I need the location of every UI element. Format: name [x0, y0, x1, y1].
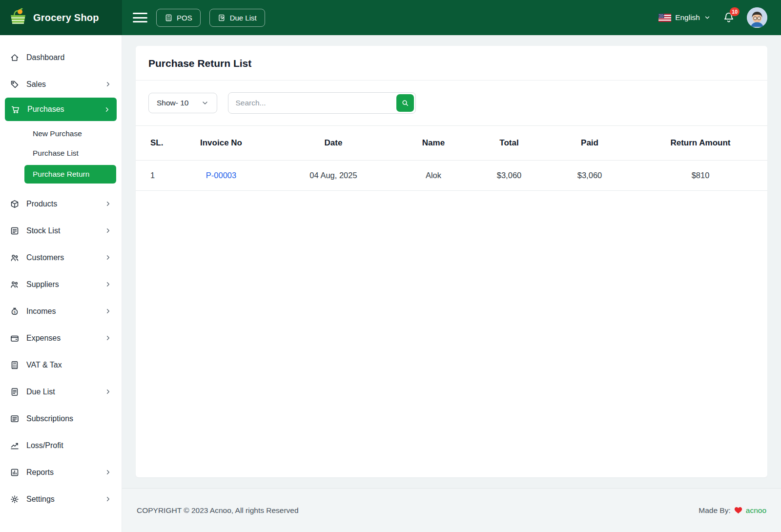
money-bag-icon: $ [10, 307, 20, 316]
menu-toggle-button[interactable] [133, 12, 147, 23]
sidebar-item-loss-profit[interactable]: Loss/Profit [0, 432, 122, 459]
column-header-total: Total [473, 126, 546, 161]
column-header-invoice-no: Invoice No [170, 126, 272, 161]
show-entries-label: Show- 10 [157, 99, 188, 107]
made-by-label: Made By: [699, 506, 730, 515]
chevron-right-icon [104, 495, 112, 503]
svg-text:$: $ [14, 310, 16, 313]
app-root: Grocery Shop POS [0, 0, 781, 532]
sidebar-item-label: Due List [26, 388, 55, 396]
due-list-button-label: Due List [230, 14, 257, 22]
sidebar-item-due-list[interactable]: Due List [0, 378, 122, 405]
cell-name: Alok [394, 161, 473, 191]
table-controls: Show- 10 [136, 81, 767, 125]
sidebar-item-stock-list[interactable]: Stock List [0, 217, 122, 244]
newspaper-icon [10, 414, 20, 424]
sidebar-item-settings[interactable]: Settings [0, 486, 122, 512]
top-bar: Grocery Shop POS [0, 0, 781, 35]
cell-sl: 1 [136, 161, 170, 191]
sidebar-item-label: Settings [26, 495, 55, 504]
sidebar-item-suppliers[interactable]: Suppliers [0, 271, 122, 298]
calculator-icon [10, 360, 20, 370]
cell-paid: $3,060 [546, 161, 634, 191]
us-flag-icon [658, 14, 671, 22]
bar-chart-icon [10, 468, 20, 477]
sidebar-item-label: Subscriptions [26, 414, 73, 423]
user-avatar[interactable] [747, 7, 767, 28]
purchase-return-table: SL. Invoice No Date Name Total Paid Retu… [136, 125, 767, 191]
sidebar-item-label: Incomes [26, 307, 56, 316]
calculator-icon [164, 14, 173, 22]
chevron-right-icon [103, 106, 111, 113]
column-header-return-amount: Return Amount [634, 126, 767, 161]
cell-invoice-no: P-00003 [170, 161, 272, 191]
users-group-icon [10, 280, 20, 289]
chevron-right-icon [104, 200, 112, 207]
purchases-submenu: New Purchase Purchase List Purchase Retu… [0, 121, 122, 190]
sidebar-item-label: VAT & Tax [26, 361, 62, 369]
brand-name: Grocery Shop [33, 12, 99, 23]
brand[interactable]: Grocery Shop [0, 0, 122, 35]
cell-date: 04 Aug, 2025 [272, 161, 394, 191]
trend-chart-icon [10, 441, 20, 450]
home-icon [10, 53, 20, 62]
content-area: Purchase Return List Show- 10 [122, 35, 781, 532]
language-selector[interactable]: English [658, 13, 711, 22]
chevron-right-icon [104, 388, 112, 395]
sidebar-item-expenses[interactable]: Expenses [0, 325, 122, 351]
cell-total: $3,060 [473, 161, 546, 191]
sidebar-item-purchases[interactable]: Purchases [5, 98, 117, 121]
made-by-brand-link[interactable]: acnoo [746, 506, 766, 515]
sidebar: Dashboard Sales Purchases [0, 35, 122, 532]
sidebar-item-label: Products [26, 200, 57, 208]
search-icon [401, 99, 410, 107]
tag-icon [10, 80, 20, 89]
sidebar-item-label: Customers [26, 253, 64, 262]
sidebar-item-label: Purchases [27, 105, 64, 114]
column-header-name: Name [394, 126, 473, 161]
sidebar-item-label: Stock List [26, 226, 60, 235]
sidebar-item-products[interactable]: Products [0, 190, 122, 217]
cart-icon [11, 104, 21, 114]
heart-icon [734, 507, 742, 514]
sidebar-item-incomes[interactable]: $ Incomes [0, 298, 122, 325]
invoice-icon [10, 387, 20, 397]
users-icon [10, 253, 20, 263]
sidebar-subitem-purchase-return[interactable]: Purchase Return [24, 165, 116, 184]
notifications-button[interactable]: 10 [722, 11, 735, 24]
sidebar-item-reports[interactable]: Reports [0, 459, 122, 486]
search-box [228, 92, 416, 114]
chevron-right-icon [104, 334, 112, 342]
table-row: 1 P-00003 04 Aug, 2025 Alok $3,060 $3,06… [136, 161, 767, 191]
search-input[interactable] [228, 92, 416, 114]
sidebar-item-label: Sales [26, 80, 46, 89]
sidebar-item-label: Suppliers [26, 280, 59, 289]
sidebar-item-sales[interactable]: Sales [0, 71, 122, 98]
pos-button-label: POS [177, 14, 192, 22]
sidebar-item-label: Expenses [26, 334, 61, 343]
chevron-right-icon [104, 307, 112, 315]
sidebar-item-subscriptions[interactable]: Subscriptions [0, 405, 122, 432]
sidebar-item-label: Loss/Profit [26, 441, 63, 450]
list-icon [10, 226, 20, 236]
due-list-button[interactable]: Due List [209, 9, 265, 27]
sidebar-item-vat-tax[interactable]: VAT & Tax [0, 351, 122, 378]
sidebar-item-customers[interactable]: Customers [0, 244, 122, 271]
language-label: English [675, 13, 700, 22]
search-button[interactable] [396, 94, 414, 112]
chevron-down-icon [704, 14, 711, 21]
show-entries-select[interactable]: Show- 10 [148, 93, 217, 113]
purchase-return-card: Purchase Return List Show- 10 [136, 46, 767, 477]
chevron-right-icon [104, 227, 112, 234]
sidebar-subitem-purchase-list[interactable]: Purchase List [0, 143, 122, 163]
sidebar-item-label: Reports [26, 468, 54, 477]
notification-badge: 10 [730, 7, 740, 16]
pos-button[interactable]: POS [156, 9, 201, 27]
chevron-right-icon [104, 81, 112, 88]
column-header-date: Date [272, 126, 394, 161]
sidebar-item-dashboard[interactable]: Dashboard [0, 44, 122, 71]
chevron-down-icon [201, 99, 209, 107]
invoice-link[interactable]: P-00003 [206, 171, 236, 180]
sidebar-subitem-new-purchase[interactable]: New Purchase [0, 124, 122, 143]
cell-return-amount: $810 [634, 161, 767, 191]
